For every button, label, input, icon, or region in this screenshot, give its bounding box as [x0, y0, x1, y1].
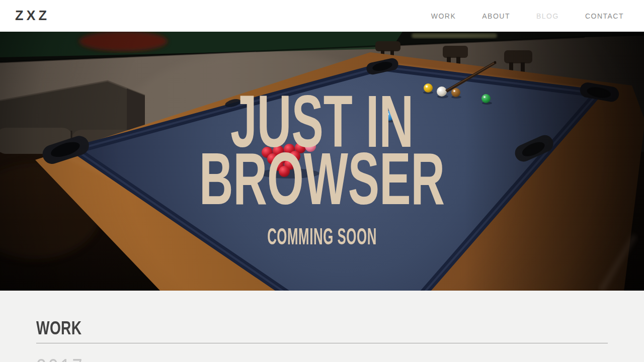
work-section-title: WORK	[36, 291, 82, 337]
nav-item-about[interactable]: ABOUT	[482, 12, 510, 20]
logo[interactable]: ZXZ	[15, 8, 50, 24]
work-year: 2017	[36, 355, 84, 362]
hero-subtitle: COMMING SOON	[145, 224, 499, 248]
section-divider	[36, 343, 608, 343]
nav-item-work[interactable]: WORK	[431, 12, 456, 20]
nav-item-blog[interactable]: BLOG	[536, 12, 559, 20]
nav-item-contact[interactable]: CONTACT	[585, 12, 624, 20]
hero-title-line2: BROWSER	[116, 142, 528, 216]
hero-section: JUST IN BROWSER COMMING SOON	[0, 32, 644, 291]
site-header: ZXZ WORK ABOUT BLOG CONTACT	[0, 0, 644, 32]
main-nav: WORK ABOUT BLOG CONTACT	[431, 12, 624, 20]
work-section: WORK 2017	[0, 291, 644, 362]
